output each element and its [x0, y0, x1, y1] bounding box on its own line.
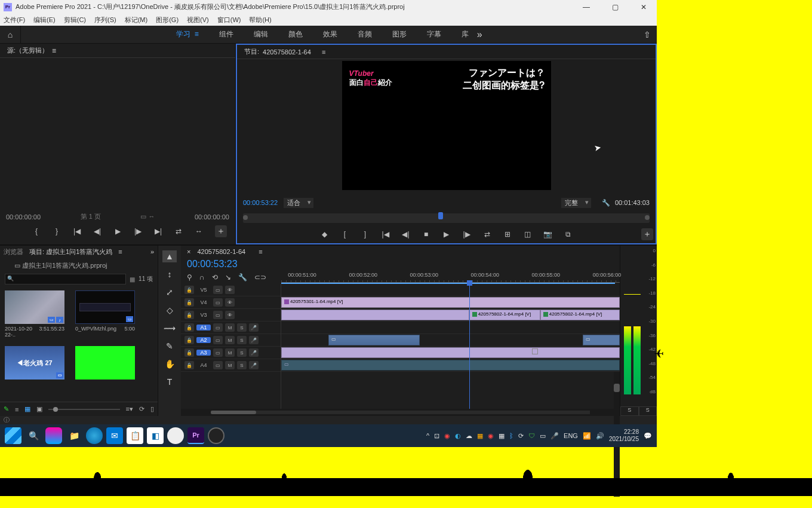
maximize-button[interactable]: ▢ — [607, 1, 623, 13]
snap-icon[interactable]: ⚲ — [187, 273, 192, 281]
source-panel-tab[interactable]: 源:（无剪辑） ≡ — [0, 44, 235, 58]
track-v3[interactable]: 420575802-1-64.mp4 [V] 420575802-1-64.mp… — [281, 309, 620, 322]
go-out-button[interactable]: |▶ — [462, 230, 472, 238]
auto-tc-icon[interactable]: ⟳ — [139, 405, 144, 413]
menu-sequence[interactable]: 序列(S) — [94, 16, 116, 25]
menu-view[interactable]: 视图(V) — [187, 16, 209, 25]
mic-tray-icon[interactable]: 🎤 — [550, 432, 559, 440]
workspace-graphics[interactable]: 图形 — [392, 29, 407, 39]
workspace-audio[interactable]: 音频 — [358, 29, 372, 39]
minimize-button[interactable]: — — [578, 1, 595, 13]
notifications-icon[interactable]: 💬 — [644, 432, 652, 440]
taskbar-app[interactable] — [45, 427, 62, 444]
selection-tool[interactable]: ▲ — [162, 250, 177, 262]
audio-clip[interactable]: ▭ — [281, 360, 620, 371]
program-quality-select[interactable]: 完整 — [561, 198, 591, 208]
program-left-timecode[interactable]: 00:00:53:22 — [243, 199, 278, 206]
step-fwd-button[interactable]: |▶ — [133, 227, 143, 235]
share-button[interactable]: ⇧ — [638, 30, 657, 39]
project-item[interactable]: ▭ 0_WPVlMzhl.png5:00 — [75, 290, 135, 338]
linked-sel-icon[interactable]: ∩ — [199, 273, 205, 281]
start-button[interactable] — [5, 427, 21, 444]
language-indicator[interactable]: ENG — [564, 432, 578, 439]
sort-icon[interactable]: ≡▾ — [126, 405, 133, 413]
timeline-zoom-scrollbar[interactable] — [181, 409, 620, 416]
project-tab-menu[interactable]: ≡ — [118, 248, 122, 255]
snapshot-button[interactable]: 📷 — [543, 230, 553, 238]
project-item[interactable]: ◀老火鸡 27▭ — [5, 346, 64, 381]
program-playhead[interactable] — [438, 212, 443, 219]
menu-edit[interactable]: 编辑(E) — [33, 16, 56, 25]
tray-icon[interactable]: ⊡ — [434, 432, 439, 440]
settings-icon[interactable]: ↘ — [225, 273, 231, 281]
marker-icon[interactable]: ⟲ — [212, 273, 218, 281]
timeline-tab[interactable]: × 420575802-1-64 ≡ — [181, 246, 620, 258]
overwrite-button[interactable]: ↔ — [194, 227, 204, 235]
track-head-v5[interactable]: 🔒V5▭👁 — [181, 284, 281, 296]
project-item[interactable] — [75, 346, 135, 381]
system-tray[interactable]: ^ ⊡ ◉ ◐ ☁ ▦ ◉ ▦ ᛒ ⟳ 🛡 ▭ 🎤 ENG 📶 🔊 22:28 … — [426, 429, 652, 443]
obs-icon[interactable] — [208, 427, 224, 444]
sync-icon[interactable]: ⟳ — [518, 432, 524, 440]
bluetooth-icon[interactable]: ᛒ — [509, 432, 513, 439]
video-clip[interactable]: 420575301-1-64.mp4 [V] — [281, 297, 620, 308]
tray-icon[interactable]: ◉ — [444, 432, 450, 440]
export-frame-button[interactable]: ◫ — [523, 230, 533, 238]
mark-in-button[interactable]: [ — [340, 230, 350, 238]
go-to-out-button[interactable]: ▶| — [153, 227, 163, 235]
source-monitor[interactable] — [0, 58, 235, 210]
audio-clip[interactable]: ▭ — [583, 335, 620, 345]
file-explorer-icon[interactable]: 📁 — [66, 427, 82, 444]
track-a4[interactable]: ▭ — [281, 359, 620, 372]
tray-icon[interactable]: ◐ — [455, 432, 461, 440]
track-head-a2[interactable]: 🔒A2▭MS🎤 — [181, 334, 281, 347]
program-scrubber[interactable] — [243, 213, 650, 223]
play-button[interactable]: ▶ — [113, 227, 122, 235]
track-select-tool[interactable]: ↕ — [162, 268, 177, 280]
edge-browser-icon[interactable] — [86, 427, 103, 444]
solo-l-button[interactable]: S — [620, 406, 639, 416]
timeline-playhead[interactable] — [469, 284, 470, 409]
menu-window[interactable]: 窗口(W) — [217, 16, 241, 25]
tray-icon[interactable]: ☁ — [466, 432, 472, 440]
project-tabs-more[interactable]: » — [150, 248, 154, 255]
close-button[interactable]: ✕ — [635, 1, 652, 13]
workspace-assembly[interactable]: 组件 — [219, 29, 233, 39]
ripple-edit-tool[interactable]: ⤢ — [162, 286, 177, 298]
project-item[interactable]: ▭♪ 2021-10-20 22-..3:51:55:23 — [5, 290, 64, 338]
insert-button[interactable]: ⇄ — [174, 227, 183, 235]
play-button[interactable]: ▶ — [442, 230, 451, 238]
audio-clip[interactable] — [281, 347, 620, 358]
thumbnail-size-slider[interactable] — [48, 409, 119, 410]
workspace-captions[interactable]: 字幕 — [427, 29, 441, 39]
add-marker-button[interactable]: ◆ — [320, 230, 330, 238]
program-button-editor[interactable]: ＋ — [641, 228, 653, 240]
wrench-icon[interactable]: 🔧 — [238, 273, 247, 281]
stop-button[interactable]: ■ — [422, 230, 431, 238]
timeline-ruler[interactable]: 00:00:51:00 00:00:52:00 00:00:53:00 00:0… — [281, 271, 620, 284]
workspace-learn[interactable]: 学习 ≡ — [176, 29, 199, 39]
track-head-a4[interactable]: 🔒A4▭MS🎤 — [181, 359, 281, 372]
track-head-v3[interactable]: 🔒V3▭👁 — [181, 309, 281, 322]
taskbar[interactable]: 🔍 📁 ✉ 📋 ◧ Pr ^ ⊡ ◉ ◐ ☁ ▦ ◉ ▦ ᛒ ⟳ 🛡 ▭ 🎤 E… — [0, 424, 657, 447]
hand-tool[interactable]: ✋ — [162, 358, 177, 370]
go-in-button[interactable]: |◀ — [381, 230, 390, 238]
new-item-icon[interactable]: ✎ — [4, 405, 9, 413]
program-monitor[interactable]: VTuber 面白自己紹介 ファンアートは？ 二创图画的标签是? — [237, 59, 656, 192]
source-panel-menu[interactable]: ≡ — [52, 47, 56, 55]
timeline-tracks[interactable]: 420575301-1-64.mp4 [V] 420575802-1-64.mp… — [281, 284, 620, 409]
program-zoom-select[interactable]: 适合 — [284, 198, 313, 208]
tray-expand-icon[interactable]: ^ — [426, 432, 429, 439]
menu-graphics[interactable]: 图形(G) — [156, 16, 179, 25]
project-tab[interactable]: 项目: 虚拟主1问1答蒸汽火鸡 — [29, 247, 112, 256]
mark-out-button[interactable]: ] — [361, 230, 370, 238]
track-a1[interactable] — [281, 322, 620, 334]
workspace-editing[interactable]: 编辑 — [254, 29, 268, 39]
project-view-icon[interactable]: ▦ — [130, 276, 135, 283]
clock[interactable]: 22:28 2021/10/25 — [609, 429, 639, 443]
keyframe-marker[interactable] — [532, 348, 538, 354]
project-search-input[interactable] — [5, 274, 126, 284]
program-panel-tab[interactable]: 节目: 420575802-1-64 ≡ — [237, 45, 656, 59]
taskbar-app[interactable] — [167, 427, 184, 444]
video-clip[interactable]: 420575802-1-64.mp4 [V] — [469, 310, 540, 320]
